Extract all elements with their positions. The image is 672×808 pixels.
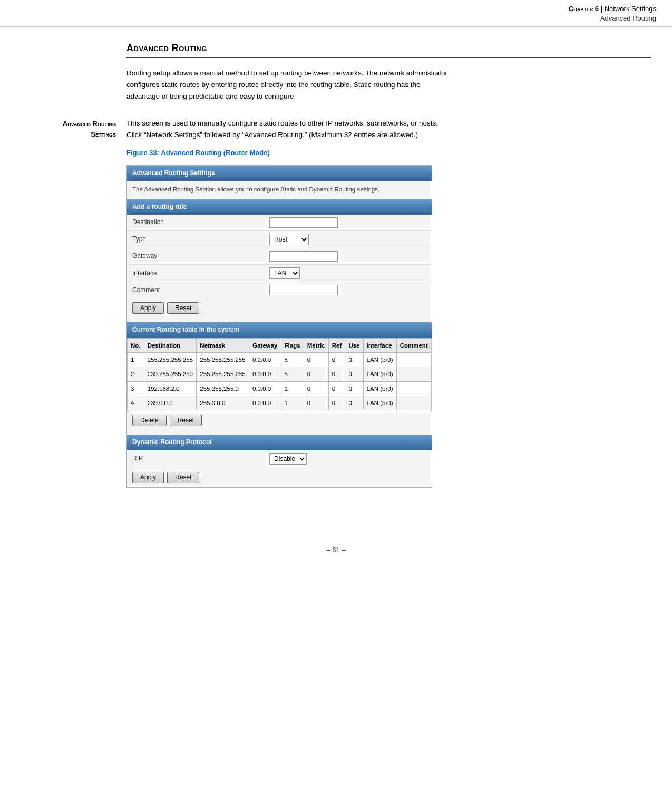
separator-1: [127, 318, 432, 322]
destination-label: Destination: [127, 215, 264, 231]
header-title-line2: Advanced Routing: [569, 14, 656, 23]
dynamic-routing-section: Dynamic Routing Protocol RIP Disable Ena…: [127, 435, 432, 487]
col-use: Use: [345, 338, 363, 352]
type-select[interactable]: Host Network: [269, 234, 309, 245]
table-row: 2239.255.255.250255.255.255.2550.0.0.050…: [128, 367, 432, 381]
add-rule-btn-row: Apply Reset: [127, 298, 432, 318]
col-no: No.: [128, 338, 144, 352]
col-comment: Comment: [396, 338, 431, 352]
chapter-label: Chapter 6: [569, 5, 599, 13]
table-row: 4239.0.0.0255.0.0.00.0.0.01000LAN (br0): [128, 396, 432, 410]
dynamic-routing-btn-row: Apply Reset: [127, 467, 432, 487]
interface-input-cell: LAN WAN: [264, 265, 432, 282]
interface-row: Interface LAN WAN: [127, 265, 432, 282]
table-row: 3192.168.2.0255.255.255.00.0.0.01000LAN …: [128, 381, 432, 396]
routing-table-btn-row: Delete Reset: [127, 410, 432, 430]
page-content: Advanced Routing Routing setup allows a …: [0, 27, 672, 519]
ui-box: Advanced Routing Settings The Advanced R…: [126, 165, 432, 488]
type-input-cell: Host Network: [264, 230, 432, 248]
type-row: Type Host Network: [127, 230, 432, 248]
reset-button-2[interactable]: Reset: [170, 415, 202, 426]
settings-label: Advanced Routing Settings: [21, 118, 126, 488]
reset-button-1[interactable]: Reset: [167, 302, 199, 314]
separator-2: [127, 430, 432, 435]
box-description: The Advanced Routing Section allows you …: [127, 181, 432, 199]
settings-label-line1: Advanced Routing: [21, 119, 116, 129]
col-metric: Metric: [304, 338, 328, 352]
dynamic-routing-form: RIP Disable Enable: [127, 450, 432, 467]
destination-input-cell: [264, 215, 432, 231]
destination-input[interactable]: [269, 217, 338, 228]
routing-form-table: Destination Type Host: [127, 215, 432, 299]
header-pipe: |: [601, 5, 602, 13]
settings-content: This screen is used to manually configur…: [126, 118, 443, 488]
routing-table-header: Current Routing table in the system: [127, 322, 432, 338]
settings-label-line2: Settings: [21, 129, 116, 140]
rip-row: RIP Disable Enable: [127, 450, 432, 467]
settings-description: This screen is used to manually configur…: [126, 118, 443, 140]
apply-button-1[interactable]: Apply: [132, 302, 164, 314]
figure-caption: Figure 33: Advanced Routing (Router Mode…: [126, 148, 443, 159]
comment-input-cell: [264, 282, 432, 299]
dynamic-header: Dynamic Routing Protocol: [127, 435, 432, 450]
delete-button[interactable]: Delete: [132, 415, 167, 426]
header-title-line1: Network Settings: [605, 5, 656, 13]
gateway-label: Gateway: [127, 248, 264, 264]
interface-select[interactable]: LAN WAN: [269, 267, 300, 279]
rip-select[interactable]: Disable Enable: [269, 453, 307, 465]
interface-label: Interface: [127, 265, 264, 282]
section-title: Advanced Routing: [126, 43, 651, 58]
routing-table: No. Destination Netmask Gateway Flags Me…: [127, 338, 432, 411]
apply-button-2[interactable]: Apply: [132, 472, 164, 483]
page-footer: – 61 –: [0, 535, 672, 564]
col-interface: Interface: [363, 338, 396, 352]
add-rule-header: Add a routing rule: [127, 199, 432, 215]
footer-text: – 61 –: [326, 546, 345, 554]
add-routing-rule-section: Add a routing rule Destination: [127, 199, 432, 319]
col-netmask: Netmask: [197, 338, 249, 352]
comment-label: Comment: [127, 282, 264, 299]
rip-label: RIP: [127, 450, 264, 467]
gateway-input[interactable]: [269, 251, 338, 262]
col-ref: Ref: [328, 338, 345, 352]
settings-section: Advanced Routing Settings This screen is…: [21, 118, 651, 488]
col-flags: Flags: [281, 338, 304, 352]
routing-table-header-row: No. Destination Netmask Gateway Flags Me…: [128, 338, 432, 352]
routing-table-section: Current Routing table in the system No. …: [127, 322, 432, 430]
table-row: 1255.255.255.255255.255.255.2550.0.0.050…: [128, 352, 432, 367]
rip-select-cell: Disable Enable: [264, 450, 432, 467]
box-title: Advanced Routing Settings: [127, 166, 432, 181]
comment-input[interactable]: [269, 285, 338, 295]
reset-button-3[interactable]: Reset: [167, 472, 199, 483]
comment-row: Comment: [127, 282, 432, 299]
col-gateway: Gateway: [249, 338, 281, 352]
destination-row: Destination: [127, 215, 432, 231]
gateway-input-cell: [264, 248, 432, 264]
page-header: Chapter 6 | Network Settings Advanced Ro…: [0, 0, 672, 27]
type-label: Type: [127, 230, 264, 248]
chapter-info: Chapter 6 | Network Settings Advanced Ro…: [569, 4, 656, 23]
col-destination: Destination: [144, 338, 197, 352]
intro-paragraph: Routing setup allows a manual method to …: [126, 68, 453, 102]
gateway-row: Gateway: [127, 248, 432, 264]
